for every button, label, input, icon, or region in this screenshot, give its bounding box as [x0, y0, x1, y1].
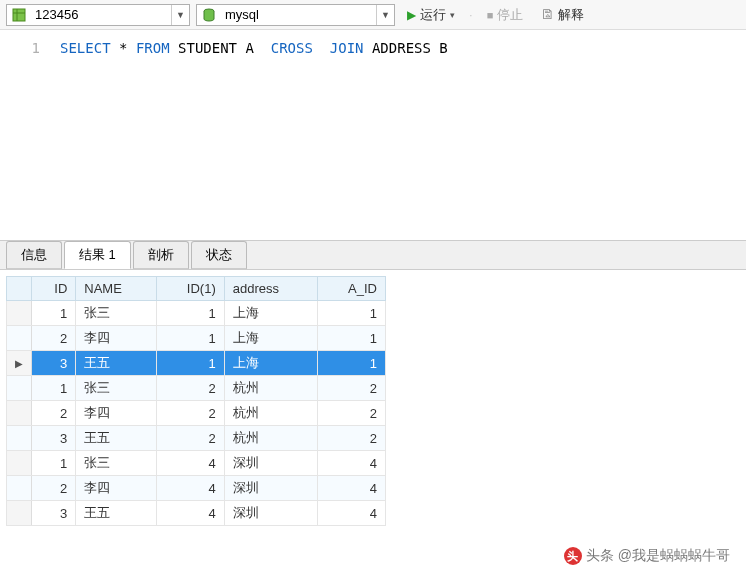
cell-id[interactable]: 2: [32, 401, 76, 426]
cell-name[interactable]: 王五: [76, 426, 157, 451]
cell-id[interactable]: 1: [32, 376, 76, 401]
col-id[interactable]: ID: [32, 277, 76, 301]
cell-aid[interactable]: 4: [318, 501, 386, 526]
cell-id1[interactable]: 1: [156, 301, 224, 326]
engine-input[interactable]: [221, 5, 376, 25]
col-address[interactable]: address: [224, 277, 317, 301]
row-indicator: [7, 401, 32, 426]
cell-name[interactable]: 王五: [76, 351, 157, 376]
cell-id[interactable]: 3: [32, 426, 76, 451]
sql-code[interactable]: SELECT * FROM STUDENT A CROSS JOIN ADDRE…: [50, 30, 448, 240]
svg-rect-0: [13, 9, 25, 21]
row-indicator: [7, 426, 32, 451]
table-row[interactable]: 3王五4深圳4: [7, 501, 386, 526]
cell-id[interactable]: 2: [32, 476, 76, 501]
row-indicator: [7, 451, 32, 476]
cell-name[interactable]: 张三: [76, 301, 157, 326]
result-grid[interactable]: ID NAME ID(1) address A_ID 1张三1上海12李四1上海…: [6, 276, 386, 526]
cell-address[interactable]: 杭州: [224, 426, 317, 451]
cell-address[interactable]: 深圳: [224, 476, 317, 501]
cell-address[interactable]: 杭州: [224, 376, 317, 401]
play-icon: ▶: [407, 8, 416, 22]
cell-name[interactable]: 李四: [76, 326, 157, 351]
engine-selector[interactable]: ▼: [196, 4, 395, 26]
cell-address[interactable]: 杭州: [224, 401, 317, 426]
kw-join: JOIN: [330, 40, 364, 56]
table-row[interactable]: 1张三1上海1: [7, 301, 386, 326]
toolbar: ▼ ▼ ▶ 运行 ▾ · ■ 停止 🖺 解释: [0, 0, 746, 30]
run-button[interactable]: ▶ 运行 ▾: [401, 4, 461, 26]
line-number: 1: [0, 40, 40, 56]
col-name[interactable]: NAME: [76, 277, 157, 301]
row-indicator: ▶: [7, 351, 32, 376]
table-row[interactable]: 2李四1上海1: [7, 326, 386, 351]
cell-id[interactable]: 1: [32, 451, 76, 476]
explain-button[interactable]: 🖺 解释: [535, 4, 590, 26]
database-input[interactable]: [31, 5, 171, 25]
table-row[interactable]: 2李四2杭州2: [7, 401, 386, 426]
table-row[interactable]: ▶3王五1上海1: [7, 351, 386, 376]
cell-aid[interactable]: 2: [318, 376, 386, 401]
cell-name[interactable]: 李四: [76, 401, 157, 426]
cell-id[interactable]: 3: [32, 351, 76, 376]
table-row[interactable]: 3王五2杭州2: [7, 426, 386, 451]
cell-name[interactable]: 李四: [76, 476, 157, 501]
cell-aid[interactable]: 4: [318, 451, 386, 476]
row-indicator: [7, 376, 32, 401]
stop-button: ■ 停止: [481, 4, 530, 26]
result-tabs: 信息 结果 1 剖析 状态: [0, 240, 746, 270]
cell-id[interactable]: 2: [32, 326, 76, 351]
cell-id1[interactable]: 2: [156, 401, 224, 426]
separator: ·: [467, 7, 475, 22]
row-indicator: [7, 501, 32, 526]
row-header-blank: [7, 277, 32, 301]
col-id1[interactable]: ID(1): [156, 277, 224, 301]
kw-cross: CROSS: [271, 40, 313, 56]
cell-aid[interactable]: 2: [318, 401, 386, 426]
watermark-text: 头条 @我是蜗蜗蜗牛哥: [586, 547, 730, 565]
cell-address[interactable]: 上海: [224, 301, 317, 326]
sql-star: *: [119, 40, 127, 56]
sql-editor[interactable]: 1 SELECT * FROM STUDENT A CROSS JOIN ADD…: [0, 30, 746, 240]
chevron-down-icon[interactable]: ▼: [376, 5, 394, 25]
tab-profile[interactable]: 剖析: [133, 241, 189, 269]
cell-name[interactable]: 王五: [76, 501, 157, 526]
cell-id1[interactable]: 4: [156, 501, 224, 526]
cell-aid[interactable]: 1: [318, 351, 386, 376]
col-aid[interactable]: A_ID: [318, 277, 386, 301]
cell-name[interactable]: 张三: [76, 376, 157, 401]
cell-id1[interactable]: 1: [156, 326, 224, 351]
table-icon: [9, 5, 29, 25]
database-selector[interactable]: ▼: [6, 4, 190, 26]
tab-status[interactable]: 状态: [191, 241, 247, 269]
table-row[interactable]: 2李四4深圳4: [7, 476, 386, 501]
cell-id1[interactable]: 4: [156, 476, 224, 501]
row-indicator: [7, 301, 32, 326]
table-row[interactable]: 1张三2杭州2: [7, 376, 386, 401]
cell-id[interactable]: 3: [32, 501, 76, 526]
tab-info[interactable]: 信息: [6, 241, 62, 269]
cell-id1[interactable]: 1: [156, 351, 224, 376]
chevron-down-icon[interactable]: ▼: [171, 5, 189, 25]
cell-id1[interactable]: 2: [156, 426, 224, 451]
watermark-logo-icon: 头: [564, 547, 582, 565]
row-indicator: [7, 476, 32, 501]
cell-aid[interactable]: 4: [318, 476, 386, 501]
chevron-down-icon[interactable]: ▾: [450, 10, 455, 20]
cell-aid[interactable]: 1: [318, 326, 386, 351]
cell-id1[interactable]: 2: [156, 376, 224, 401]
cell-name[interactable]: 张三: [76, 451, 157, 476]
tab-result-1[interactable]: 结果 1: [64, 241, 131, 269]
table-row[interactable]: 1张三4深圳4: [7, 451, 386, 476]
cell-aid[interactable]: 2: [318, 426, 386, 451]
cell-address[interactable]: 深圳: [224, 451, 317, 476]
run-label: 运行: [420, 6, 446, 24]
cell-address[interactable]: 上海: [224, 326, 317, 351]
cell-address[interactable]: 上海: [224, 351, 317, 376]
cell-id[interactable]: 1: [32, 301, 76, 326]
stop-icon: ■: [487, 9, 494, 21]
row-indicator: [7, 326, 32, 351]
cell-aid[interactable]: 1: [318, 301, 386, 326]
cell-id1[interactable]: 4: [156, 451, 224, 476]
cell-address[interactable]: 深圳: [224, 501, 317, 526]
